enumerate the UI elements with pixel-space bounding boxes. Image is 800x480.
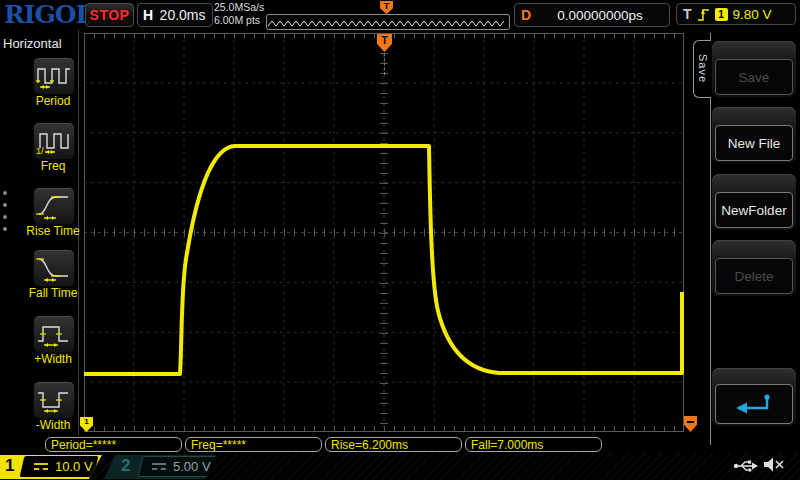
timebase-value: 20.0ms [153,7,212,23]
measurement-period: Period=***** [45,437,182,452]
memory-waveform-strip [266,14,510,30]
rise-time-icon [36,192,72,220]
channel-1-scale: 10.0 V [55,459,93,474]
channel-2-scale: 5.00 V [173,459,211,474]
return-arrow-icon [734,391,774,417]
h-label: H [143,7,153,23]
dc-coupling-icon [152,462,166,471]
trigger-position-strip-icon: T [380,1,393,14]
measure-item-minus-width[interactable] [33,381,75,419]
page-dot [3,191,7,195]
menu-button-delete[interactable]: Delete [712,240,796,296]
memory-waveform-icon [267,17,507,29]
measure-item-rise-time[interactable] [33,187,75,225]
sample-rate: 25.0MSa/s [214,1,276,14]
svg-text:1/: 1/ [36,146,44,155]
trigger-box: T 1 9.80 V [676,3,796,25]
menu-button-new-file-label: New File [715,125,793,161]
freq-icon: 1/ [36,127,72,155]
delay-value: 0.00000000ps [531,8,669,23]
oscilloscope-screen: RIGOL STOP H 20.0ms 25.0MSa/s 6.00M pts … [0,0,800,480]
measure-item-freq[interactable]: 1/ [33,122,75,160]
channel-1-badge[interactable]: 1 10.0 V [0,455,102,479]
trigger-level-marker-icon[interactable] [684,416,697,432]
menu-button-save-label: Save [715,59,793,95]
minus-width-icon [36,386,72,414]
menu-tab-save: Save [693,40,711,98]
trigger-position-line [384,53,385,75]
delay-box: D 0.00000000ps [514,3,670,27]
dc-coupling-icon [34,462,48,471]
period-icon [36,62,72,90]
channel-2-badge[interactable]: 2 5.00 V [104,455,216,479]
menu-button-new-folder[interactable]: NewFolder [712,174,796,230]
horizontal-timebase-box: H 20.0ms [137,3,213,27]
menu-button-return[interactable] [712,368,796,426]
menu-button-save[interactable]: Save [712,41,796,97]
plus-width-icon [36,320,72,348]
trigger-level-value: 9.80 V [733,7,772,22]
measure-item-period[interactable] [33,57,75,95]
measure-item-plus-width[interactable] [33,315,75,353]
fall-time-icon [36,254,72,282]
menu-button-delete-label: Delete [715,258,793,294]
run-state-label: STOP [90,7,130,23]
speaker-muted-icon [762,456,786,474]
run-state-indicator: STOP [85,3,134,27]
measure-sidebar-title: Horizontal [3,36,62,51]
channel-2-number: 2 [121,456,130,476]
rigol-logo: RIGOL [4,0,92,29]
menu-button-new-file[interactable]: New File [712,107,796,163]
menu-tab-save-label: Save [697,54,709,83]
channel-1-number: 1 [5,456,14,476]
trigger-source-badge: 1 [715,8,728,21]
rising-edge-icon [697,7,710,22]
delay-label: D [521,7,531,23]
measurement-freq: Freq=***** [185,437,322,452]
measure-item-fall-time[interactable] [33,249,75,287]
page-dot [3,215,7,219]
menu-button-new-folder-label: NewFolder [715,192,793,228]
measurement-rise: Rise=6.200ms [325,437,462,452]
usb-icon [733,459,759,473]
measurement-fall: Fall=7.000ms [465,437,602,452]
trigger-label: T [683,6,692,22]
page-dot [3,203,7,207]
page-dot [3,227,7,231]
scope-display [84,33,684,432]
